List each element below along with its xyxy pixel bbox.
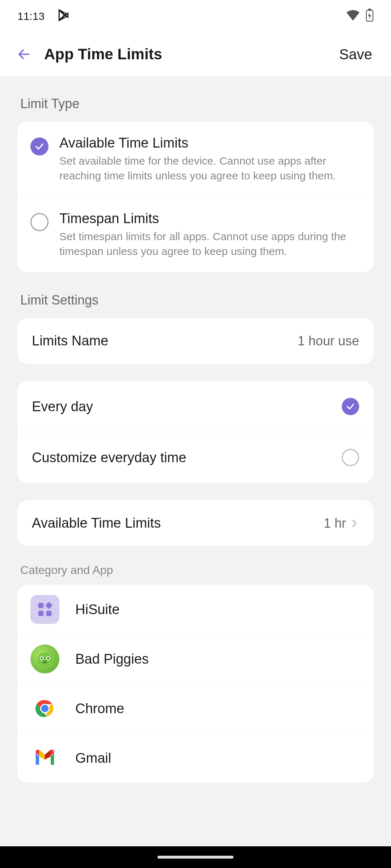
svg-point-18 bbox=[41, 705, 49, 712]
section-limit-settings: Limit Settings bbox=[17, 293, 374, 308]
toggle-label: Customize everyday time bbox=[32, 450, 186, 465]
svg-point-12 bbox=[47, 658, 49, 659]
available-time-limits-row[interactable]: Available Time Limits 1 hr bbox=[17, 500, 374, 546]
save-button[interactable]: Save bbox=[333, 46, 378, 63]
limits-name-row[interactable]: Limits Name 1 hour use bbox=[17, 318, 374, 364]
limits-name-label: Limits Name bbox=[32, 333, 108, 349]
svg-point-14 bbox=[43, 661, 45, 663]
page-title: App Time Limits bbox=[44, 46, 333, 63]
status-bar: 11:13 bbox=[0, 0, 391, 33]
svg-marker-1 bbox=[64, 13, 68, 17]
wifi-icon bbox=[346, 10, 360, 23]
frequency-customize[interactable]: Customize everyday time bbox=[17, 432, 374, 483]
hisuite-icon bbox=[30, 595, 59, 624]
chevron-right-icon bbox=[350, 519, 359, 528]
limit-type-card: Available Time Limits Set available time… bbox=[17, 122, 374, 272]
svg-point-8 bbox=[38, 652, 52, 667]
frequency-every-day[interactable]: Every day bbox=[17, 381, 374, 432]
svg-point-13 bbox=[42, 661, 47, 664]
app-name: Bad Piggies bbox=[75, 651, 149, 667]
option-available-time-limits[interactable]: Available Time Limits Set available time… bbox=[17, 122, 374, 197]
svg-rect-4 bbox=[38, 603, 44, 608]
app-name: Chrome bbox=[75, 701, 124, 716]
svg-rect-7 bbox=[46, 611, 52, 616]
option-timespan-limits[interactable]: Timespan Limits Set timespan limits for … bbox=[17, 197, 374, 272]
section-category-app: Category and App bbox=[17, 563, 374, 577]
option-title: Timespan Limits bbox=[59, 211, 361, 226]
radio-unchecked-icon bbox=[30, 213, 49, 231]
link-value: 1 hr bbox=[324, 516, 346, 531]
toggle-label: Every day bbox=[32, 399, 93, 414]
link-label: Available Time Limits bbox=[32, 515, 161, 531]
navigation-bar[interactable] bbox=[0, 846, 391, 868]
radio-unchecked-icon bbox=[342, 449, 359, 466]
frequency-card: Every day Customize everyday time bbox=[17, 381, 374, 483]
apps-card: HiSuite Bad Piggies Chrome Gmail bbox=[17, 585, 374, 783]
limits-name-value: 1 hour use bbox=[298, 333, 359, 349]
back-button[interactable] bbox=[13, 43, 35, 65]
gmail-icon bbox=[30, 744, 59, 773]
limits-name-card: Limits Name 1 hour use bbox=[17, 318, 374, 364]
app-name: HiSuite bbox=[75, 602, 120, 617]
status-time: 11:13 bbox=[17, 10, 45, 22]
header: App Time Limits Save bbox=[0, 33, 391, 76]
chrome-icon bbox=[30, 694, 59, 723]
app-row-hisuite[interactable]: HiSuite bbox=[17, 585, 374, 634]
play-store-icon bbox=[58, 9, 70, 24]
svg-rect-5 bbox=[45, 602, 53, 609]
home-indicator bbox=[157, 856, 234, 859]
option-desc: Set available time for the device. Canno… bbox=[59, 154, 361, 183]
arrow-left-icon bbox=[17, 47, 31, 61]
bad-piggies-icon bbox=[30, 644, 59, 673]
svg-rect-6 bbox=[38, 611, 44, 616]
svg-point-15 bbox=[45, 661, 46, 663]
radio-checked-icon bbox=[30, 137, 49, 156]
radio-checked-icon bbox=[342, 398, 359, 415]
option-title: Available Time Limits bbox=[59, 135, 361, 151]
svg-point-11 bbox=[41, 658, 43, 659]
svg-rect-3 bbox=[368, 9, 371, 10]
app-row-gmail[interactable]: Gmail bbox=[17, 733, 374, 783]
app-name: Gmail bbox=[75, 750, 111, 766]
app-row-bad-piggies[interactable]: Bad Piggies bbox=[17, 634, 374, 684]
battery-icon bbox=[366, 9, 374, 24]
available-limit-card: Available Time Limits 1 hr bbox=[17, 500, 374, 546]
section-limit-type: Limit Type bbox=[17, 96, 374, 111]
app-row-chrome[interactable]: Chrome bbox=[17, 684, 374, 733]
option-desc: Set timespan limits for all apps. Cannot… bbox=[59, 229, 361, 259]
